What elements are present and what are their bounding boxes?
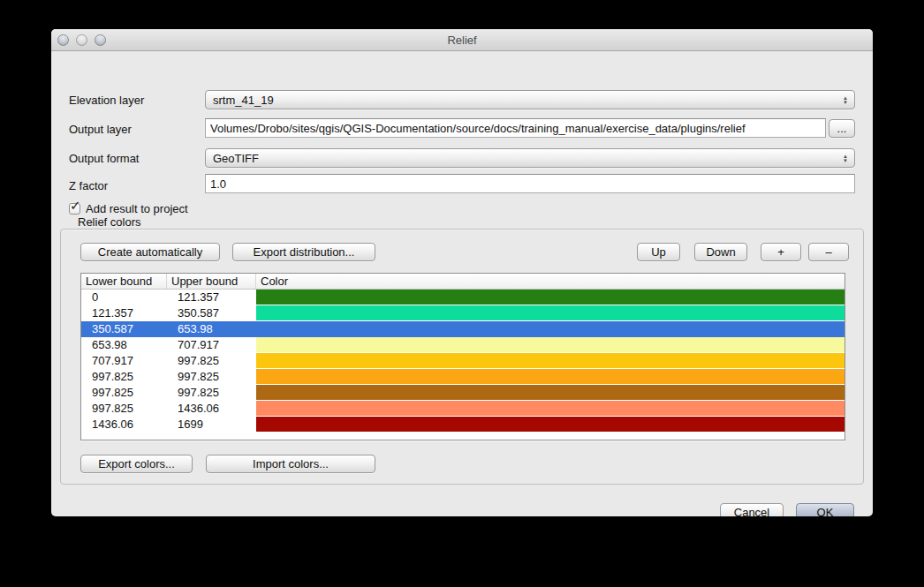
cell-color[interactable] bbox=[256, 417, 844, 433]
checkbox-box-icon[interactable]: ✓ bbox=[69, 203, 80, 214]
cell-color[interactable] bbox=[256, 337, 844, 353]
table-row[interactable]: 997.825997.825 bbox=[81, 385, 844, 401]
row-up-button[interactable]: Up bbox=[637, 243, 680, 261]
create-automatically-button[interactable]: Create automatically bbox=[80, 243, 220, 261]
output-layer-label: Output layer bbox=[69, 123, 132, 136]
cell-lower-bound[interactable]: 350.587 bbox=[81, 321, 167, 337]
output-format-label: Output format bbox=[69, 152, 139, 165]
cell-upper-bound[interactable]: 997.825 bbox=[167, 385, 256, 401]
cell-upper-bound[interactable]: 997.825 bbox=[167, 353, 256, 369]
table-row[interactable]: 707.917997.825 bbox=[81, 353, 844, 369]
output-format-value: GeoTIFF bbox=[213, 152, 259, 165]
cell-upper-bound[interactable]: 1436.06 bbox=[167, 401, 256, 417]
checkmark-icon: ✓ bbox=[70, 198, 81, 214]
output-format-select[interactable]: GeoTIFF ▲▼ bbox=[205, 148, 855, 168]
cell-upper-bound[interactable]: 997.825 bbox=[167, 369, 256, 385]
cell-lower-bound[interactable]: 997.825 bbox=[81, 401, 167, 417]
add-row-button[interactable]: + bbox=[761, 243, 801, 261]
table-row[interactable]: 121.357350.587 bbox=[81, 305, 844, 321]
cell-upper-bound[interactable]: 707.917 bbox=[167, 337, 256, 353]
cell-upper-bound[interactable]: 350.587 bbox=[167, 305, 256, 321]
cell-lower-bound[interactable]: 707.917 bbox=[81, 353, 167, 369]
relief-colors-groupbox: Create automatically Export distribution… bbox=[60, 229, 864, 485]
table-row[interactable]: 653.98707.917 bbox=[81, 337, 844, 353]
cell-lower-bound[interactable]: 1436.06 bbox=[81, 417, 167, 433]
header-upper-bound[interactable]: Upper bound bbox=[167, 274, 256, 289]
color-swatch[interactable] bbox=[256, 321, 844, 336]
color-swatch[interactable] bbox=[256, 401, 844, 416]
z-factor-label: Z factor bbox=[69, 179, 108, 192]
table-row[interactable]: 0121.357 bbox=[81, 290, 844, 305]
table-row[interactable]: 997.825997.825 bbox=[81, 369, 844, 385]
cell-upper-bound[interactable]: 653.98 bbox=[167, 321, 256, 337]
export-distribution-button[interactable]: Export distribution... bbox=[232, 243, 375, 261]
elevation-layer-label: Elevation layer bbox=[69, 94, 144, 107]
header-lower-bound[interactable]: Lower bound bbox=[81, 274, 167, 289]
cell-lower-bound[interactable]: 0 bbox=[81, 290, 167, 305]
table-row[interactable]: 1436.061699 bbox=[81, 417, 844, 433]
elevation-layer-select[interactable]: srtm_41_19 ▲▼ bbox=[205, 90, 855, 109]
cell-upper-bound[interactable]: 1699 bbox=[167, 417, 256, 433]
cell-color[interactable] bbox=[256, 321, 844, 337]
relief-dialog: Relief Elevation layer srtm_41_19 ▲▼ Out… bbox=[51, 29, 873, 516]
add-result-checkbox-label: Add result to project bbox=[86, 202, 188, 215]
cell-color[interactable] bbox=[256, 369, 844, 385]
cell-color[interactable] bbox=[256, 290, 844, 305]
cell-color[interactable] bbox=[256, 353, 844, 369]
cell-lower-bound[interactable]: 121.357 bbox=[81, 305, 167, 321]
window-title: Relief bbox=[51, 34, 873, 47]
output-layer-input[interactable] bbox=[205, 118, 826, 138]
cell-lower-bound[interactable]: 997.825 bbox=[81, 385, 167, 401]
cell-color[interactable] bbox=[256, 305, 844, 321]
cell-color[interactable] bbox=[256, 401, 844, 417]
relief-colors-group-label: Relief colors bbox=[78, 215, 141, 229]
color-swatch[interactable] bbox=[256, 385, 844, 400]
cancel-button[interactable]: Cancel bbox=[720, 503, 784, 516]
color-swatch[interactable] bbox=[256, 417, 844, 432]
import-colors-button[interactable]: Import colors... bbox=[206, 455, 375, 473]
color-swatch[interactable] bbox=[256, 305, 844, 320]
relief-colors-table[interactable]: Lower bound Upper bound Color 0121.35712… bbox=[80, 273, 845, 440]
chevron-up-down-icon: ▲▼ bbox=[843, 92, 848, 109]
row-down-button[interactable]: Down bbox=[694, 243, 747, 261]
table-header-row: Lower bound Upper bound Color bbox=[81, 274, 844, 290]
browse-output-button[interactable]: ... bbox=[829, 119, 855, 138]
cell-color[interactable] bbox=[256, 385, 844, 401]
color-swatch[interactable] bbox=[256, 290, 844, 305]
cell-lower-bound[interactable]: 653.98 bbox=[81, 337, 167, 353]
header-color[interactable]: Color bbox=[256, 274, 844, 289]
color-swatch[interactable] bbox=[256, 353, 844, 368]
color-swatch[interactable] bbox=[256, 369, 844, 384]
elevation-layer-value: srtm_41_19 bbox=[213, 94, 274, 107]
color-swatch[interactable] bbox=[256, 337, 844, 352]
title-bar[interactable]: Relief bbox=[51, 29, 873, 51]
cell-lower-bound[interactable]: 997.825 bbox=[81, 369, 167, 385]
remove-row-button[interactable]: – bbox=[808, 243, 849, 261]
ok-button[interactable]: OK bbox=[796, 503, 854, 516]
table-body: 0121.357121.357350.587350.587653.98653.9… bbox=[81, 290, 844, 433]
cell-upper-bound[interactable]: 121.357 bbox=[167, 290, 256, 305]
table-row[interactable]: 350.587653.98 bbox=[81, 321, 844, 337]
export-colors-button[interactable]: Export colors... bbox=[80, 455, 193, 473]
chevron-up-down-icon: ▲▼ bbox=[843, 150, 848, 167]
add-result-checkbox[interactable]: ✓ Add result to project bbox=[69, 202, 188, 215]
z-factor-input[interactable] bbox=[205, 174, 855, 193]
table-row[interactable]: 997.8251436.06 bbox=[81, 401, 844, 417]
